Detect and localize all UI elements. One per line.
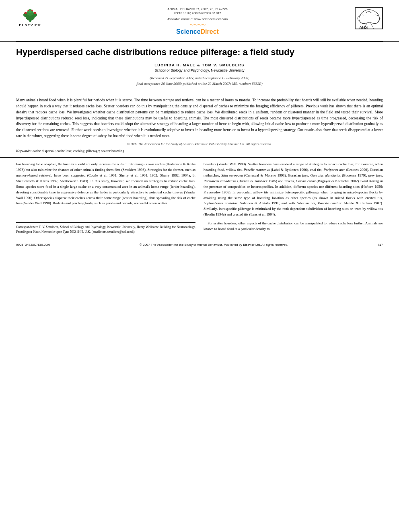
svg-point-8: [27, 10, 29, 11]
abs-box: ABS: [355, 7, 383, 29]
species-8: Poecile cinctus: [318, 201, 341, 205]
abstract-copyright: © 2007 The Association for the Study of …: [16, 142, 383, 146]
received-dates: (Received 21 September 2005; initial acc…: [16, 76, 383, 86]
keywords-line: Keywords: cache dispersal; cache loss; c…: [16, 148, 383, 154]
body-para-left-1: For hoarding to be adaptive, the hoarder…: [16, 162, 195, 207]
header-top: ELSEVIER ANIMAL BEHAVIOUR, 2007, 73, 717…: [16, 7, 383, 35]
svg-point-11: [370, 12, 371, 13]
page-number: 717: [378, 243, 383, 246]
col-right: hoarders (Vander Wall 1990). Scatter hoa…: [204, 162, 383, 235]
abs-eagle-icon: ABS: [356, 7, 382, 29]
article-title: Hyperdispersed cache distributions reduc…: [16, 47, 383, 58]
abstract-section: Many animals hoard food when it is plent…: [0, 93, 399, 158]
elsevier-label: ELSEVIER: [19, 23, 41, 27]
available-online: Available online at www.sciencedirect.co…: [44, 17, 351, 21]
sherry-ref: Sherry: [160, 173, 170, 177]
species-7: Lophophanes cristatus: [204, 201, 237, 205]
species-1: Poecile montanus: [244, 168, 270, 172]
sd-text: ScienceDirect: [176, 28, 219, 35]
svg-text:ABS: ABS: [359, 25, 368, 29]
issn-text: 0003–3472/07/$30.00/0: [16, 243, 50, 246]
title-section: Hyperdispersed cache distributions reduc…: [0, 41, 399, 93]
svg-point-10: [366, 12, 367, 13]
species-6: Corvus corax: [296, 179, 316, 183]
keywords-values: cache dispersal; cache loss; caching; pi…: [33, 149, 124, 153]
species-3: Sitta europaea: [221, 173, 243, 177]
header-center: ANIMAL BEHAVIOUR, 2007, 73, 717–726 doi:…: [44, 7, 351, 35]
page-bottom: 0003–3472/07/$30.00/0 © 2007 The Associa…: [16, 241, 383, 248]
affiliation: School of Biology and Psychology, Newcas…: [16, 68, 383, 72]
authors: LUCINDA H. MALE & TOM V. SMULDERS: [16, 63, 383, 67]
correspondence-text: Correspondence: T. V. Smulders, School o…: [16, 225, 195, 234]
copyright-bottom: © 2007 The Association for the Study of …: [140, 243, 288, 246]
journal-name: ANIMAL BEHAVIOUR, 2007, 73, 717–726: [44, 7, 351, 11]
svg-point-6: [25, 12, 27, 14]
svg-point-7: [34, 12, 36, 14]
species-4: Garrulus glandarius: [310, 173, 340, 177]
abstract-text: Many animals hoard food when it is plent…: [16, 97, 383, 139]
sciencedirect-logo: 〜〜〜〜 ScienceDirect: [44, 22, 351, 35]
keywords-label: Keywords:: [16, 149, 33, 153]
header: ELSEVIER ANIMAL BEHAVIOUR, 2007, 73, 717…: [0, 0, 399, 38]
body-para-right-2: For scatter hoarders, other aspects of t…: [204, 221, 383, 232]
doi-text: doi:10.1016/j.anbehav.2006.06.017: [44, 11, 351, 15]
elsevier-logo: ELSEVIER: [16, 7, 44, 29]
abs-logo: ABS: [351, 7, 383, 29]
species-2: Periparus ater: [323, 168, 345, 172]
body-para-right-1: hoarders (Vander Wall 1990). Scatter hoa…: [204, 162, 383, 218]
svg-point-9: [31, 10, 33, 11]
body-section: For hoarding to be adaptive, the hoarder…: [0, 158, 399, 239]
sd-waves-icon: 〜〜〜〜: [189, 22, 206, 28]
species-5: Perisoreus canadensis: [204, 179, 236, 183]
col-left: For hoarding to be adaptive, the hoarder…: [16, 162, 195, 235]
correspondence-footer: Correspondence: T. V. Smulders, School o…: [16, 222, 195, 234]
page: ELSEVIER ANIMAL BEHAVIOUR, 2007, 73, 717…: [0, 0, 399, 532]
elsevier-tree-icon: [20, 7, 40, 23]
